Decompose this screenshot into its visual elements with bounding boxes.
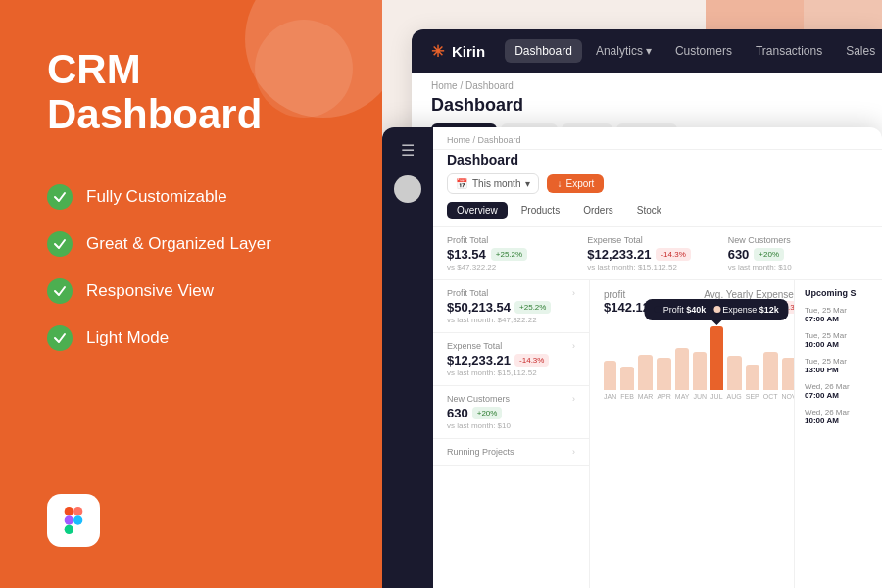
bar-aug: AUG — [727, 356, 742, 400]
check-icon-4 — [47, 325, 73, 351]
nav-items[interactable]: Dashboard Analytics ▾ Customers Transact… — [505, 39, 882, 63]
main-header: Home / Dashboard — [433, 127, 882, 150]
bar-fill-oct — [763, 352, 778, 390]
bar-label-sep: SEP — [746, 393, 760, 400]
feature-item-4: Light Mode — [47, 325, 335, 351]
bar-label-mar: MAR — [638, 393, 654, 400]
svg-rect-2 — [65, 515, 74, 524]
check-icon-2 — [47, 231, 73, 257]
bar-chart: JANFEBMARAPRMAYJUNProfit $40kExpense $12… — [604, 321, 780, 400]
sub-tab-products[interactable]: Products — [512, 202, 569, 219]
stat-label-expense: Expense Total — [587, 235, 715, 245]
avatar — [394, 175, 421, 203]
stat-badge-expense: -14.3% — [656, 248, 690, 261]
feature-item-1: Fully Customizable — [47, 184, 335, 210]
bar-fill-may — [675, 348, 690, 390]
stat-prev-expense: vs last month: $15,112.52 — [587, 263, 715, 271]
stat-prev-profit: vs $47,322.22 — [447, 263, 575, 271]
upcoming-time: 10:00 AM — [805, 416, 872, 425]
left-stat-prev-customers: vs last month: $10 — [447, 421, 575, 430]
left-stat-customers: New Customers › 630 +20% vs last month: … — [433, 386, 589, 439]
bar-jan: JAN — [604, 361, 616, 400]
main-title: CRM Dashboard — [47, 47, 335, 137]
upcoming-item-4: Wed, 26 Mar10:00 AM — [805, 408, 872, 425]
breadcrumb: Home / Dashboard — [447, 135, 521, 145]
bar-jul: Profit $40kExpense $12kJUL — [710, 326, 722, 400]
arrow-icon-3: › — [572, 394, 575, 404]
nav-item-customers[interactable]: Customers — [665, 39, 742, 63]
left-stat-value-profit: $50,213.54 +25.2% — [447, 300, 575, 315]
bar-fill-apr — [657, 358, 670, 390]
download-icon: ↓ — [557, 178, 562, 189]
bottom-area: Profit Total › $50,213.54 +25.2% vs last… — [433, 280, 882, 588]
calendar-icon: 📅 — [456, 178, 467, 189]
figma-badge — [47, 494, 100, 547]
svg-rect-0 — [65, 507, 74, 515]
bar-label-feb: FEB — [620, 393, 634, 400]
upcoming-item-1: Tue, 25 Mar10:00 AM — [805, 331, 872, 349]
check-icon-3 — [47, 278, 73, 304]
bar-feb: FEB — [620, 367, 634, 400]
nav-item-analytics[interactable]: Analytics ▾ — [586, 39, 662, 63]
top-navbar: ✳ Kirin Dashboard Analytics ▾ Customers … — [412, 29, 882, 73]
bar-label-apr: APR — [657, 393, 670, 400]
right-sidebar-upcoming: Upcoming S Tue, 25 Mar07:00 AMTue, 25 Ma… — [794, 280, 882, 588]
stat-label-profit: Profit Total — [447, 235, 575, 245]
left-stat-projects: Running Projects › — [433, 439, 589, 466]
sub-tab-stock[interactable]: Stock — [627, 202, 671, 219]
sub-tab-overview[interactable]: Overview — [447, 202, 508, 219]
upcoming-items-list: Tue, 25 Mar07:00 AMTue, 25 Mar10:00 AMTu… — [805, 306, 872, 425]
bar-fill-feb — [620, 367, 634, 390]
arrow-icon-2: › — [572, 341, 575, 351]
stat-value-customers: 630 +20% — [728, 247, 857, 262]
nav-item-dashboard[interactable]: Dashboard — [505, 39, 582, 63]
left-stat-title-profit: Profit Total › — [447, 288, 575, 298]
logo-icon: ✳ — [431, 42, 444, 61]
bar-fill-sep — [746, 365, 760, 390]
nav-item-transactions[interactable]: Transactions — [746, 39, 832, 63]
bar-fill-jul: Profit $40kExpense $12k — [710, 326, 722, 390]
left-stat-title-customers: New Customers › — [447, 394, 575, 404]
left-badge-customers: +20% — [472, 407, 503, 419]
upcoming-date: Tue, 25 Mar — [805, 357, 872, 366]
sub-tab-orders[interactable]: Orders — [573, 202, 623, 219]
upcoming-date: Wed, 26 Mar — [805, 382, 872, 391]
bar-fill-jun — [693, 352, 707, 390]
controls-bar: 📅 This month ▾ ↓ Export — [433, 173, 882, 202]
page-title: Dashboard — [433, 150, 882, 173]
top-page-title: Dashboard — [412, 93, 882, 123]
upcoming-time: 07:00 AM — [805, 315, 872, 323]
sub-tabs[interactable]: Overview Products Orders Stock — [433, 202, 882, 227]
bar-apr: APR — [657, 358, 670, 400]
upcoming-time: 13:00 PM — [805, 366, 872, 374]
stat-card-customers: New Customers 630 +20% vs last month: $1… — [728, 235, 868, 271]
export-button[interactable]: ↓ Export — [547, 174, 604, 193]
bar-mar: MAR — [638, 355, 654, 400]
upcoming-time: 10:00 AM — [805, 340, 872, 349]
upcoming-item-0: Tue, 25 Mar07:00 AM — [805, 306, 872, 323]
bar-fill-aug — [727, 356, 742, 390]
stat-value-profit: $13.54 +25.2% — [447, 247, 575, 262]
bar-label-jan: JAN — [604, 393, 616, 400]
left-badge-profit: +25.2% — [514, 301, 551, 314]
upcoming-item-2: Tue, 25 Mar13:00 PM — [805, 357, 872, 374]
nav-item-sales[interactable]: Sales — [836, 39, 882, 63]
left-stat-prev-profit: vs last month: $47,322.22 — [447, 316, 575, 324]
stat-badge-customers: +20% — [754, 248, 784, 261]
bar-label-aug: AUG — [727, 393, 742, 400]
arrow-icon-4: › — [572, 447, 575, 457]
svg-rect-1 — [74, 507, 82, 515]
bar-label-jul: JUL — [710, 393, 722, 400]
hamburger-icon[interactable]: ☰ — [401, 141, 415, 160]
stat-label-customers: New Customers — [728, 235, 857, 245]
date-selector[interactable]: 📅 This month ▾ — [447, 173, 539, 194]
stat-card-profit: Profit Total $13.54 +25.2% vs $47,322.22 — [447, 235, 587, 271]
arrow-icon: › — [572, 288, 575, 298]
upcoming-date: Wed, 26 Mar — [805, 408, 872, 416]
upcoming-title: Upcoming S — [805, 288, 872, 298]
bar-fill-jan — [604, 361, 616, 390]
check-icon-1 — [47, 184, 73, 210]
upcoming-item-3: Wed, 26 Mar07:00 AM — [805, 382, 872, 400]
bar-label-nov: NOV — [782, 393, 794, 400]
bar-fill-nov — [782, 358, 794, 390]
